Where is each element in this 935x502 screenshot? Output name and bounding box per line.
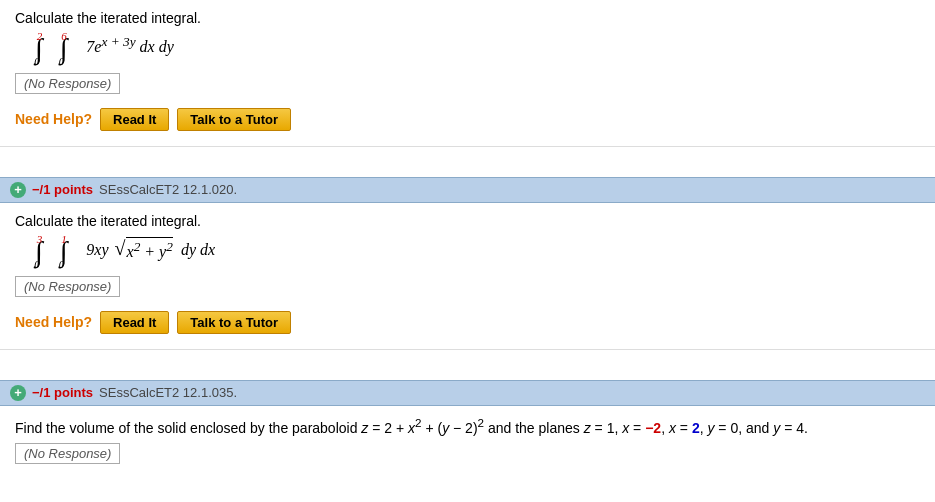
spacer-1 bbox=[0, 147, 935, 177]
spacer-2 bbox=[0, 350, 935, 380]
need-help-label-2: Need Help? bbox=[15, 314, 92, 330]
problem-3-section: Find the volume of the solid enclosed by… bbox=[0, 406, 935, 490]
problem-3-header: + −/1 points SEssCalcET2 12.1.035. bbox=[0, 380, 935, 406]
problem-id-2: SEssCalcET2 12.1.020. bbox=[99, 182, 237, 197]
problem-2-help-row: Need Help? Read It Talk to a Tutor bbox=[15, 311, 920, 334]
read-it-button-2[interactable]: Read It bbox=[100, 311, 169, 334]
read-it-button-1[interactable]: Read It bbox=[100, 108, 169, 131]
problem-2-response: (No Response) bbox=[15, 276, 920, 307]
problem-1-instruction: Calculate the iterated integral. bbox=[15, 10, 920, 26]
problem-1-response: (No Response) bbox=[15, 73, 920, 104]
expand-icon-2[interactable]: + bbox=[10, 182, 26, 198]
problem-2-header: + −/1 points SEssCalcET2 12.1.020. bbox=[0, 177, 935, 203]
problem-3-response: (No Response) bbox=[15, 443, 920, 474]
problem-2-instruction: Calculate the iterated integral. bbox=[15, 213, 920, 229]
problem-3-instruction: Find the volume of the solid enclosed by… bbox=[15, 416, 920, 436]
need-help-label-1: Need Help? bbox=[15, 111, 92, 127]
problem-1-section: Calculate the iterated integral. ∫20 ∫60… bbox=[0, 0, 935, 146]
points-label-3: −/1 points bbox=[32, 385, 93, 400]
problem-1-math: ∫20 ∫60 7ex + 3y dx dy bbox=[35, 34, 920, 63]
problem-1-help-row: Need Help? Read It Talk to a Tutor bbox=[15, 108, 920, 131]
talk-to-tutor-button-2[interactable]: Talk to a Tutor bbox=[177, 311, 291, 334]
points-label-2: −/1 points bbox=[32, 182, 93, 197]
problem-id-3: SEssCalcET2 12.1.035. bbox=[99, 385, 237, 400]
expand-icon-3[interactable]: + bbox=[10, 385, 26, 401]
problem-2-math: ∫30 ∫10 9xy √ x2 + y2 dy dx bbox=[35, 237, 920, 266]
talk-to-tutor-button-1[interactable]: Talk to a Tutor bbox=[177, 108, 291, 131]
problem-2-section: Calculate the iterated integral. ∫30 ∫10… bbox=[0, 203, 935, 349]
